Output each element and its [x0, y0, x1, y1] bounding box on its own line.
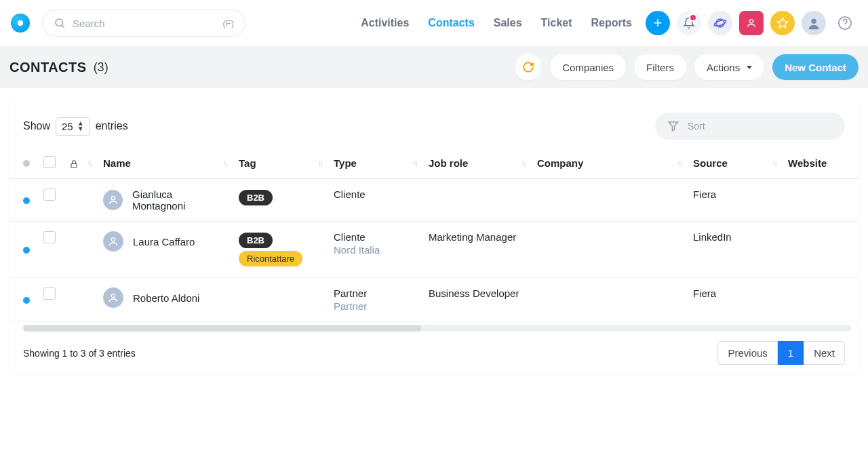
- top-icons: +: [646, 11, 857, 35]
- search-input[interactable]: Search (F): [42, 9, 245, 37]
- type-sub: Nord Italia: [334, 244, 415, 256]
- contact-name: Roberto Aldoni: [133, 292, 199, 304]
- add-button[interactable]: +: [646, 11, 670, 35]
- actions-button[interactable]: Actions: [694, 54, 764, 80]
- col-status: [9, 148, 37, 179]
- table-row[interactable]: Laura Caffaro B2BRicontattare ClienteNor…: [9, 222, 859, 278]
- scroll-thumb[interactable]: [23, 325, 421, 332]
- col-tag[interactable]: Tag↑↓: [232, 148, 327, 179]
- svg-point-13: [111, 294, 115, 298]
- col-source[interactable]: Source↑↓: [686, 148, 781, 179]
- svg-point-6: [811, 19, 816, 24]
- col-select-all[interactable]: [37, 148, 62, 179]
- contacts-card: Show 25 ▲▼ entries Sort ↑↓ Name↑↓ Tag↑↓ …: [9, 98, 859, 374]
- star-button[interactable]: [770, 11, 795, 35]
- table-footer: Showing 1 to 3 of 3 entries Previous 1 N…: [9, 332, 859, 368]
- person-icon: [108, 236, 119, 247]
- cell-company: [530, 222, 686, 278]
- col-website[interactable]: Website: [781, 148, 859, 179]
- tag-badge: B2B: [239, 233, 273, 248]
- sort-input[interactable]: Sort: [655, 113, 845, 140]
- prev-page-button[interactable]: Previous: [717, 341, 777, 365]
- avatar-icon: [806, 16, 821, 31]
- cell-tag: B2BRicontattare: [232, 222, 327, 278]
- col-jobrole[interactable]: Job role↑↓: [422, 148, 530, 179]
- planet-icon: [713, 16, 727, 30]
- pagination: Previous 1 Next: [717, 341, 845, 365]
- svg-rect-10: [71, 163, 77, 167]
- tag-badge: B2B: [239, 190, 273, 205]
- select-arrows-icon: ▲▼: [77, 121, 84, 132]
- contact-avatar: [103, 288, 123, 308]
- contacts-table: ↑↓ Name↑↓ Tag↑↓ Type↑↓ Job role↑↓ Compan…: [9, 148, 859, 322]
- nav-contacts[interactable]: Contacts: [428, 17, 474, 29]
- user-avatar[interactable]: [802, 11, 826, 35]
- cell-tag: B2B: [232, 179, 327, 222]
- col-name[interactable]: Name↑↓: [96, 148, 232, 179]
- status-dot: [23, 297, 30, 304]
- cell-jobrole: [422, 179, 530, 222]
- status-dot: [23, 197, 30, 204]
- nav-reports[interactable]: Reports: [591, 17, 632, 29]
- cell-type: PartnerPartner: [327, 278, 422, 322]
- row-checkbox[interactable]: [43, 231, 56, 243]
- app-logo[interactable]: [11, 14, 30, 33]
- svg-point-11: [111, 197, 115, 200]
- table-row[interactable]: Gianluca Montagnoni B2B Cliente Fiera: [9, 179, 859, 222]
- horizontal-scrollbar[interactable]: [23, 325, 852, 332]
- svg-point-12: [111, 238, 115, 241]
- cell-website: [781, 179, 859, 222]
- contact-name: Laura Caffaro: [133, 236, 195, 248]
- sub-header: CONTACTS (3) Companies Filters Actions N…: [0, 46, 868, 88]
- row-checkbox[interactable]: [43, 189, 56, 201]
- table-row[interactable]: Roberto Aldoni PartnerPartner Business D…: [9, 278, 859, 322]
- col-lock[interactable]: ↑↓: [62, 148, 96, 179]
- refresh-icon: [522, 61, 534, 73]
- filters-button[interactable]: Filters: [634, 54, 686, 80]
- svg-line-1: [62, 25, 64, 27]
- refresh-button[interactable]: [515, 54, 542, 80]
- person-icon: [746, 18, 757, 28]
- col-company[interactable]: Company↑↓: [530, 148, 686, 179]
- nav-sales[interactable]: Sales: [494, 17, 522, 29]
- svg-marker-9: [669, 122, 678, 131]
- cell-jobrole: Marketing Manager: [422, 222, 530, 278]
- svg-point-3: [713, 19, 727, 28]
- cell-company: [530, 179, 686, 222]
- type-sub: Partner: [334, 300, 415, 312]
- help-icon: [837, 16, 852, 31]
- search-icon: [54, 17, 66, 29]
- notifications-button[interactable]: [677, 11, 701, 35]
- cell-jobrole: Business Developer: [422, 278, 530, 322]
- cell-website: [781, 278, 859, 322]
- bell-icon: [683, 17, 695, 29]
- showing-text: Showing 1 to 3 of 3 entries: [23, 348, 136, 359]
- nav-activities[interactable]: Activities: [361, 17, 409, 29]
- person-button[interactable]: [739, 11, 764, 35]
- nav-ticket[interactable]: Ticket: [541, 17, 572, 29]
- table-controls: Show 25 ▲▼ entries Sort: [9, 98, 859, 148]
- tag-badge: Ricontattare: [239, 251, 302, 266]
- page-title: CONTACTS: [9, 60, 87, 75]
- entries-label: entries: [96, 120, 128, 132]
- new-contact-button[interactable]: New Contact: [772, 54, 859, 80]
- col-type[interactable]: Type↑↓: [327, 148, 422, 179]
- planet-button[interactable]: [708, 11, 732, 35]
- search-placeholder: Search: [73, 18, 222, 29]
- cell-source: Fiera: [686, 179, 781, 222]
- svg-point-0: [56, 19, 63, 26]
- person-icon: [108, 292, 119, 303]
- person-icon: [108, 195, 119, 205]
- top-nav: Search (F) Activities Contacts Sales Tic…: [0, 0, 868, 46]
- cell-source: LinkedIn: [686, 222, 781, 278]
- cell-company: [530, 278, 686, 322]
- help-button[interactable]: [833, 11, 857, 35]
- cell-type: ClienteNord Italia: [327, 222, 422, 278]
- entries-select[interactable]: 25 ▲▼: [56, 117, 90, 136]
- next-page-button[interactable]: Next: [804, 341, 845, 365]
- companies-button[interactable]: Companies: [550, 54, 626, 80]
- contact-name: Gianluca Montagnoni: [132, 189, 225, 212]
- contact-avatar: [103, 231, 123, 252]
- row-checkbox[interactable]: [43, 288, 56, 300]
- page-1-button[interactable]: 1: [778, 341, 804, 365]
